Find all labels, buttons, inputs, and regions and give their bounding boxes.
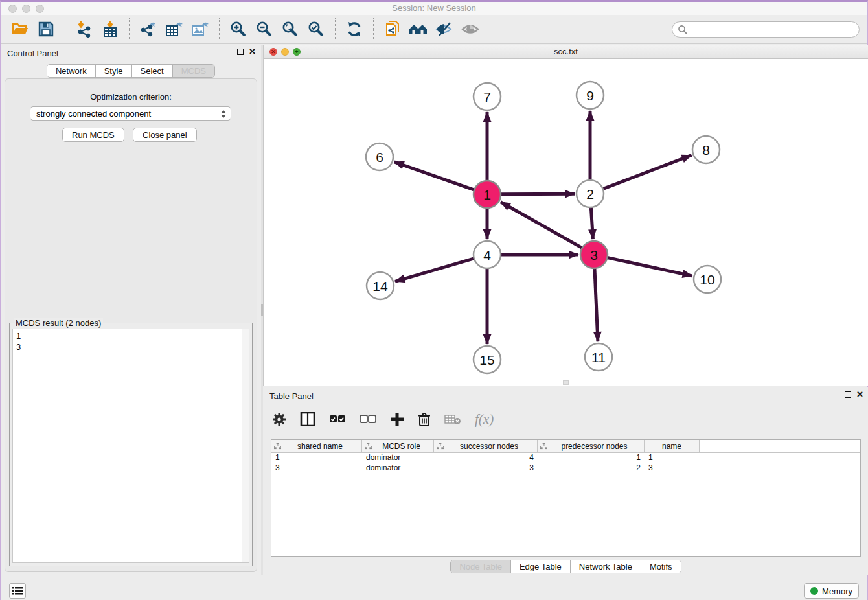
tab-network[interactable]: Network [47,65,96,77]
window-controls [8,5,44,13]
edge-3-10[interactable] [608,257,692,275]
graph-node-4[interactable]: 4 [474,241,501,268]
graph-node-1[interactable]: 1 [474,181,501,208]
node-table-body: 1dominator4113dominator323 [271,453,860,474]
edge-1-2[interactable] [501,194,575,194]
canvas-splitter-grip[interactable] [563,380,569,385]
column-header-name[interactable]: name [645,440,700,452]
control-panel-tabs: Network Style Select MCDS [1,64,261,78]
tab-network-table[interactable]: Network Table [571,560,641,573]
import-network-icon[interactable] [73,18,95,40]
hierarchy-icon [540,443,547,450]
edge-1-6[interactable] [394,162,475,190]
save-session-icon[interactable] [35,18,57,40]
tab-mcds[interactable]: MCDS [173,65,214,77]
open-session-icon[interactable] [9,18,31,40]
add-row-icon[interactable] [390,412,404,426]
refresh-icon[interactable] [343,18,365,40]
node-label-8: 8 [702,143,710,157]
deselect-all-icon[interactable] [360,415,376,424]
tab-style[interactable]: Style [96,65,132,77]
graph-node-3[interactable]: 3 [580,241,608,268]
zoom-out-icon[interactable] [253,18,275,40]
table-cell[interactable]: 1 [538,453,645,463]
table-cell[interactable]: dominator [362,463,434,474]
result-scrollbar[interactable] [242,329,249,562]
float-panel-icon[interactable] [237,49,244,55]
node-label-9: 9 [586,88,594,103]
duplicate-network-icon[interactable] [382,18,404,40]
float-table-panel-icon[interactable] [845,391,851,398]
network-maximize-button[interactable]: + [293,48,301,56]
table-cell[interactable]: 3 [645,463,700,474]
table-cell[interactable]: 3 [434,463,538,474]
toolbar-separator [373,18,374,40]
hide-graphics-details-icon[interactable] [433,18,455,40]
export-image-icon[interactable] [189,18,211,40]
column-header-predecessor-nodes[interactable]: predecessor nodes [538,440,645,452]
edge-3-1[interactable] [501,202,582,248]
home-icon[interactable] [407,18,429,40]
graph-node-11[interactable]: 11 [585,343,612,371]
export-network-icon[interactable] [137,18,159,40]
close-table-panel-icon[interactable]: ✕ [856,391,863,398]
table-cell[interactable]: dominator [362,453,434,463]
run-mcds-button[interactable]: Run MCDS [62,128,124,142]
search-input[interactable] [688,23,859,36]
mcds-result-fieldset: MCDS result (2 nodes) 1 3 [9,323,253,566]
table-cell[interactable]: 3 [271,463,362,474]
table-row[interactable]: 3dominator323 [271,463,860,474]
show-column-panel-icon[interactable] [300,412,315,426]
export-table-icon[interactable] [163,18,185,40]
table-row[interactable]: 1dominator411 [271,453,860,463]
table-cell[interactable]: 1 [271,453,362,463]
maximize-window-button[interactable] [36,5,44,13]
mcds-result-box[interactable]: 1 3 [12,329,249,563]
table-cell[interactable]: 4 [434,453,538,463]
search-field[interactable] [672,21,860,38]
close-window-button[interactable] [8,5,17,13]
graph-node-6[interactable]: 6 [366,143,393,170]
task-history-button[interactable] [9,583,26,599]
network-close-button[interactable]: ✕ [269,48,277,56]
table-cell[interactable]: 1 [645,453,700,463]
edge-2-3[interactable] [591,207,593,239]
graph-node-2[interactable]: 2 [577,180,604,207]
edge-4-14[interactable] [395,259,474,281]
tab-select[interactable]: Select [132,65,173,77]
column-header-successor-nodes[interactable]: successor nodes [434,440,538,452]
toolbar-separator [129,18,130,40]
network-window-titlebar[interactable]: ✕ – + scc.txt [264,45,868,59]
graph-node-7[interactable]: 7 [474,83,501,110]
close-panel-icon[interactable]: ✕ [249,49,256,55]
zoom-fit-content-icon[interactable] [279,18,301,40]
zoom-selected-icon[interactable] [305,18,327,40]
graph-node-14[interactable]: 14 [367,272,394,299]
control-panel: Control Panel ✕ Network Style Select MCD… [1,45,261,575]
delete-row-icon[interactable] [418,412,431,426]
column-header-shared-name[interactable]: shared name [271,440,362,452]
network-canvas[interactable]: 7968124314101511 [264,59,868,386]
network-minimize-button[interactable]: – [281,48,289,56]
import-table-icon[interactable] [99,18,121,40]
graph-node-15[interactable]: 15 [474,346,501,373]
column-header-MCDS-role[interactable]: MCDS role [362,440,434,452]
close-panel-button[interactable]: Close panel [133,128,197,142]
minimize-window-button[interactable] [22,5,30,13]
tab-motifs[interactable]: Motifs [641,560,681,573]
graph-node-8[interactable]: 8 [692,136,720,163]
table-cell[interactable]: 2 [538,463,645,474]
settings-icon[interactable] [272,412,286,426]
hierarchy-icon [274,443,281,450]
select-all-icon[interactable] [329,415,346,424]
graph-node-10[interactable]: 10 [694,266,721,293]
mcds-result-title: MCDS result (2 nodes) [14,318,103,328]
edge-3-11[interactable] [595,268,598,341]
tab-node-table[interactable]: Node Table [451,560,511,573]
graph-node-9[interactable]: 9 [577,82,604,109]
zoom-in-icon[interactable] [227,18,249,40]
edge-2-8[interactable] [603,156,692,189]
criterion-select[interactable]: strongly connected component [30,106,231,121]
tab-edge-table[interactable]: Edge Table [511,560,571,573]
memory-button[interactable]: Memory [804,583,859,599]
